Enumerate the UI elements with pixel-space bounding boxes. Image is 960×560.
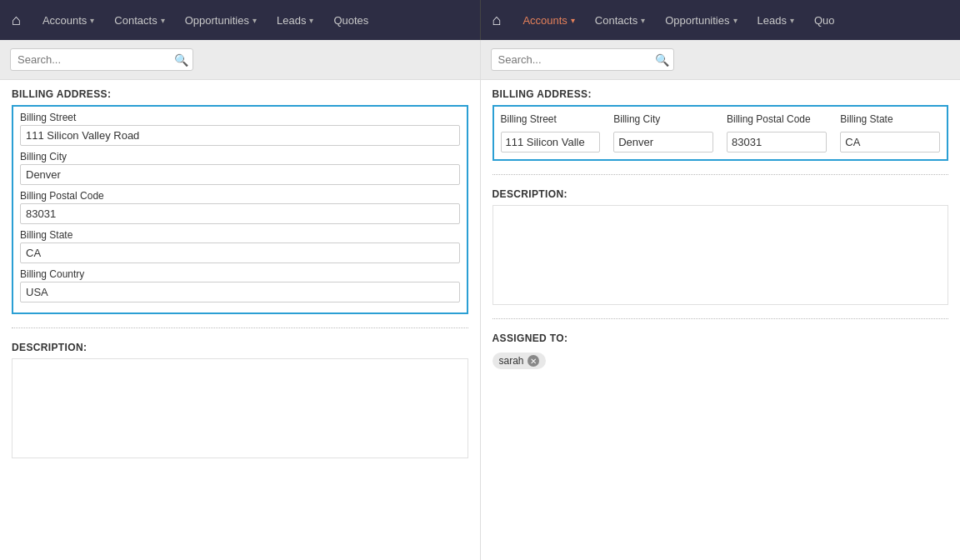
chevron-opportunities-left: ▾	[252, 16, 257, 25]
right-search-icon[interactable]: 🔍	[655, 53, 669, 67]
billing-postal-input[interactable]	[20, 203, 460, 224]
nav-opportunities-right[interactable]: Opportunities ▾	[655, 0, 747, 40]
nav-leads-left[interactable]: Leads ▾	[267, 0, 323, 40]
chevron-leads-right: ▾	[790, 16, 794, 25]
home-icon-left[interactable]: ⌂	[0, 0, 32, 40]
chevron-leads-left: ▾	[309, 16, 313, 25]
billing-street-label: Billing Street	[20, 112, 460, 123]
home-icon-right[interactable]: ⌂	[481, 0, 513, 40]
left-search-icon[interactable]: 🔍	[174, 53, 188, 67]
left-billing-box: Billing Street Billing City Billing Post…	[12, 105, 468, 314]
td-billing-city	[607, 128, 720, 159]
right-billing-state-input[interactable]	[840, 132, 940, 152]
billing-state-label: Billing State	[20, 229, 460, 241]
billing-country-input[interactable]	[20, 282, 460, 302]
right-assigned-label: ASSIGNED TO:	[481, 324, 961, 349]
th-billing-street: Billing Street	[494, 107, 608, 128]
th-billing-state: Billing State	[833, 107, 947, 128]
billing-city-label: Billing City	[20, 151, 460, 162]
left-search-bar: 🔍	[0, 40, 480, 80]
right-divider-1	[492, 174, 949, 175]
billing-state-input[interactable]	[20, 242, 460, 263]
chevron-opportunities-right: ▾	[733, 16, 738, 25]
right-billing-postal-input[interactable]	[727, 132, 827, 152]
billing-city-input[interactable]	[20, 164, 460, 185]
nav-leads-right[interactable]: Leads ▾	[748, 0, 804, 40]
nav-accounts-left[interactable]: Accounts ▾	[32, 0, 104, 40]
right-description-area[interactable]	[492, 205, 949, 305]
billing-city-row: Billing City	[20, 151, 460, 185]
td-billing-street	[494, 128, 608, 159]
chevron-contacts-right: ▾	[641, 16, 645, 25]
assigned-tag-name: sarah	[499, 355, 524, 367]
left-description-label: DESCRIPTION:	[0, 333, 480, 358]
left-billing-label: BILLING ADDRESS:	[0, 80, 480, 105]
billing-country-label: Billing Country	[20, 268, 460, 280]
right-search-input[interactable]	[491, 48, 674, 71]
right-description-label: DESCRIPTION:	[481, 180, 961, 205]
nav-contacts-left[interactable]: Contacts ▾	[104, 0, 174, 40]
billing-postal-label: Billing Postal Code	[20, 190, 460, 202]
th-billing-city: Billing City	[607, 107, 720, 128]
th-billing-postal: Billing Postal Code	[720, 107, 833, 128]
assigned-tag-close[interactable]: ✕	[528, 355, 539, 367]
nav-quo-right[interactable]: Quo	[804, 0, 845, 40]
billing-street-input[interactable]	[20, 125, 460, 146]
billing-table: Billing Street Billing City Billing Post…	[494, 107, 948, 159]
chevron-contacts-left: ▾	[161, 16, 165, 25]
left-divider-1	[12, 328, 468, 328]
td-billing-state	[833, 128, 947, 159]
nav-opportunities-left[interactable]: Opportunities ▾	[175, 0, 267, 40]
left-description-area[interactable]	[12, 358, 468, 458]
billing-state-row: Billing State	[20, 229, 460, 263]
right-billing-city-input[interactable]	[613, 132, 713, 152]
chevron-accounts-right: ▾	[571, 16, 575, 25]
td-billing-postal	[720, 128, 833, 159]
nav-contacts-right[interactable]: Contacts ▾	[585, 0, 655, 40]
right-billing-label: BILLING ADDRESS:	[481, 80, 961, 105]
assigned-tag: sarah ✕	[492, 352, 546, 369]
billing-country-row: Billing Country	[20, 268, 460, 302]
right-billing-street-input[interactable]	[501, 132, 601, 152]
left-search-input[interactable]	[10, 48, 193, 71]
billing-street-row: Billing Street	[20, 112, 460, 146]
billing-postal-row: Billing Postal Code	[20, 190, 460, 224]
chevron-accounts-left: ▾	[90, 16, 94, 25]
right-divider-2	[492, 318, 949, 319]
nav-accounts-right[interactable]: Accounts ▾	[512, 0, 584, 40]
nav-quotes-left[interactable]: Quotes	[323, 0, 378, 40]
right-search-bar: 🔍	[481, 40, 961, 80]
right-billing-box: Billing Street Billing City Billing Post…	[492, 105, 949, 161]
